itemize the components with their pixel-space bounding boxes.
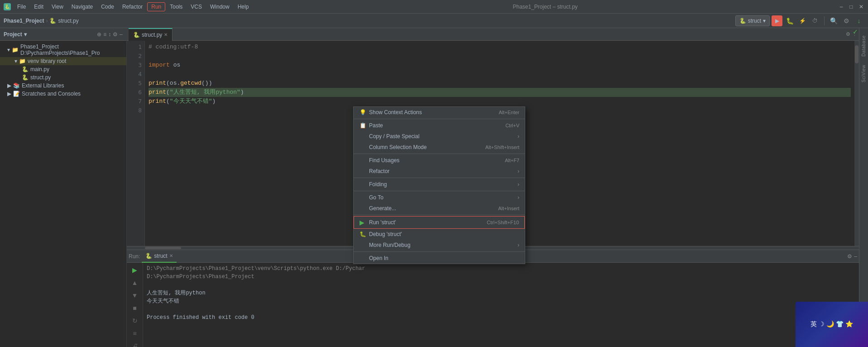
run-controls: 🐍 struct ▾ ▶ 🐛 ⚡ ⏱ 🔍 ⚙ ↓ bbox=[735, 15, 864, 26]
menu-item-tools[interactable]: Tools bbox=[166, 3, 186, 11]
right-sidebar-sciview[interactable]: SciView bbox=[860, 61, 867, 86]
collapse-icon[interactable]: ↕ bbox=[108, 31, 111, 38]
output-line-1: D:\PycharmProjects\Phase1_Project\venv\S… bbox=[147, 265, 855, 273]
ctx-label-generate: Generate... bbox=[369, 205, 396, 212]
ctx-column-selection[interactable]: Column Selection Mode Alt+Shift+Insert bbox=[354, 142, 525, 153]
bottom-settings-icon[interactable]: ⚙ bbox=[847, 253, 852, 260]
menu-item-refactor[interactable]: Refactor bbox=[119, 3, 146, 11]
line-num-4: 4 bbox=[127, 70, 142, 79]
overlay-widget: 英 ☽ 🌙 👕 ⭐ bbox=[796, 302, 868, 347]
title-text: Phase1_Project – struct.py bbox=[513, 4, 577, 10]
bottom-panel-controls: ⚙ – bbox=[847, 253, 857, 260]
run-up-btn[interactable]: ▲ bbox=[129, 277, 140, 288]
code-line-6: print("人生苦短, 我用python") bbox=[149, 88, 851, 97]
profile-button[interactable]: ⏱ bbox=[810, 15, 820, 26]
project-dropdown-icon[interactable]: ▾ bbox=[24, 31, 27, 38]
toolbar: Phase1_Project › 🐍 struct.py 🐍 struct ▾ … bbox=[0, 14, 868, 28]
editor-hscroll-thumb[interactable] bbox=[145, 247, 181, 249]
run-output: D:\PycharmProjects\Phase1_Project\venv\S… bbox=[143, 263, 859, 347]
menu-bar: FileEditViewNavigateCodeRefactorRunTools… bbox=[14, 2, 252, 11]
debug-button[interactable]: 🐛 bbox=[784, 15, 795, 26]
maximize-button[interactable]: □ bbox=[848, 4, 854, 10]
ctx-open-in[interactable]: Open In bbox=[354, 253, 525, 264]
tree-item-main-py[interactable]: 🐍 main.py bbox=[0, 65, 126, 73]
gear-icon[interactable]: ⚙ bbox=[113, 31, 118, 38]
run-stop-btn[interactable]: ■ bbox=[129, 303, 140, 313]
ctx-more-run-debug[interactable]: More Run/Debug › bbox=[354, 240, 525, 251]
ctx-item-left: 📋 Paste bbox=[359, 122, 383, 129]
bottom-panel: Run: 🐍 struct ✕ ⚙ – ▶ ▲ ▼ ■ bbox=[127, 250, 859, 347]
tree-item-venv[interactable]: ▾ 📁 venv library root bbox=[0, 57, 126, 65]
ctx-generate[interactable]: Generate... Alt+Insert bbox=[354, 203, 525, 214]
tree-item-ext-libraries[interactable]: ▶ 📚 External Libraries bbox=[0, 82, 126, 90]
minimize-button[interactable]: – bbox=[838, 4, 844, 10]
run-config-selector[interactable]: 🐍 struct ▾ bbox=[735, 15, 770, 26]
menu-item-navigate[interactable]: Navigate bbox=[68, 3, 96, 11]
output-line-5: 今天天气不错 bbox=[147, 297, 855, 305]
menu-item-view[interactable]: View bbox=[48, 3, 67, 11]
ctx-item-left: 🐛 Debug 'struct' bbox=[359, 231, 402, 237]
ctx-folding[interactable]: Folding › bbox=[354, 179, 525, 190]
ctx-debug-struct[interactable]: 🐛 Debug 'struct' bbox=[354, 229, 525, 240]
run-button[interactable]: ▶ bbox=[772, 15, 782, 26]
ctx-paste[interactable]: 📋 Paste Ctrl+V bbox=[354, 120, 525, 131]
run-tab-name: struct bbox=[154, 253, 167, 259]
py-icon: 🐍 bbox=[22, 66, 29, 72]
coverage-button[interactable]: ⚡ bbox=[797, 15, 808, 26]
menu-item-run[interactable]: Run bbox=[147, 2, 165, 11]
ctx-item-left: Open In bbox=[359, 255, 388, 261]
ctx-copy-paste-special[interactable]: Copy / Paste Special › bbox=[354, 131, 525, 142]
right-sidebar-database[interactable]: Database bbox=[860, 32, 867, 60]
menu-item-vcs[interactable]: VCS bbox=[187, 3, 206, 11]
editor-settings-icon[interactable]: ⚙ bbox=[846, 31, 850, 37]
ctx-find-usages[interactable]: Find Usages Alt+F7 bbox=[354, 155, 525, 166]
ctx-label-copy-paste-special: Copy / Paste Special bbox=[369, 133, 419, 140]
tab-struct-py[interactable]: 🐍 struct.py ✕ bbox=[129, 28, 173, 41]
close-button[interactable]: ✕ bbox=[858, 4, 864, 10]
run-rerun-btn[interactable]: ↻ bbox=[129, 315, 140, 326]
menu-item-edit[interactable]: Edit bbox=[30, 3, 47, 11]
minimize-panel-icon[interactable]: – bbox=[120, 31, 123, 38]
tree-item-label: main.py bbox=[30, 66, 49, 72]
ctx-run-struct[interactable]: ▶ Run 'struct' Ctrl+Shift+F10 bbox=[354, 216, 525, 229]
menu-item-code[interactable]: Code bbox=[97, 3, 118, 11]
line-num-2: 2 bbox=[127, 52, 142, 61]
bottom-minimize-icon[interactable]: – bbox=[854, 253, 857, 260]
ctx-refactor[interactable]: Refactor › bbox=[354, 166, 525, 177]
settings-button[interactable]: ⚙ bbox=[841, 15, 852, 26]
tab-close-button[interactable]: ✕ bbox=[164, 32, 168, 37]
editor-scrollbar-thumb[interactable] bbox=[855, 45, 858, 63]
editor-scrollbar[interactable] bbox=[854, 41, 859, 246]
run-tab-close[interactable]: ✕ bbox=[169, 253, 173, 258]
code-line-5: print(os.getcwd()) bbox=[149, 79, 851, 88]
code-line-4 bbox=[149, 70, 851, 79]
run-play-btn[interactable]: ▶ bbox=[129, 265, 140, 275]
breadcrumb-file[interactable]: struct.py bbox=[58, 18, 78, 24]
expand-icon: ▾ bbox=[7, 47, 10, 53]
run-tab-struct[interactable]: 🐍 struct ✕ bbox=[142, 250, 176, 263]
menu-item-window[interactable]: Window bbox=[206, 3, 233, 11]
run-down-btn[interactable]: ▼ bbox=[129, 290, 140, 301]
ctx-show-context-actions[interactable]: 💡 Show Context Actions Alt+Enter bbox=[354, 107, 525, 118]
breadcrumb-project[interactable]: Phase1_Project bbox=[4, 18, 44, 24]
ctx-goto[interactable]: Go To › bbox=[354, 192, 525, 203]
ctx-item-left: Column Selection Mode bbox=[359, 144, 427, 150]
tree-item-phase1-project[interactable]: ▾ 📁 Phase1_Project D:\PycharmProjects\Ph… bbox=[0, 43, 126, 57]
tree-item-scratches[interactable]: ▶ 📝 Scratches and Consoles bbox=[0, 90, 126, 98]
ctx-item-left: Folding bbox=[359, 181, 387, 188]
folder-icon: 📁 bbox=[12, 47, 19, 53]
run-scroll-btn[interactable]: ≡ bbox=[129, 328, 140, 339]
update-button[interactable]: ↓ bbox=[854, 15, 864, 26]
menu-item-file[interactable]: File bbox=[14, 3, 29, 11]
ctx-item-left: Find Usages bbox=[359, 157, 399, 164]
tree-item-struct-py[interactable]: 🐍 struct.py bbox=[0, 73, 126, 82]
ctx-label-folding: Folding bbox=[369, 181, 387, 188]
locate-icon[interactable]: ⊕ bbox=[97, 31, 101, 38]
sort-icon[interactable]: ≡ bbox=[103, 31, 106, 38]
menu-item-help[interactable]: Help bbox=[234, 3, 253, 11]
run-print-btn[interactable]: 🖨 bbox=[129, 341, 140, 347]
output-line-6 bbox=[147, 305, 855, 313]
run-config-dropdown-icon: ▾ bbox=[763, 18, 766, 24]
py-icon: 🐍 bbox=[22, 74, 29, 81]
search-button[interactable]: 🔍 bbox=[828, 15, 839, 26]
